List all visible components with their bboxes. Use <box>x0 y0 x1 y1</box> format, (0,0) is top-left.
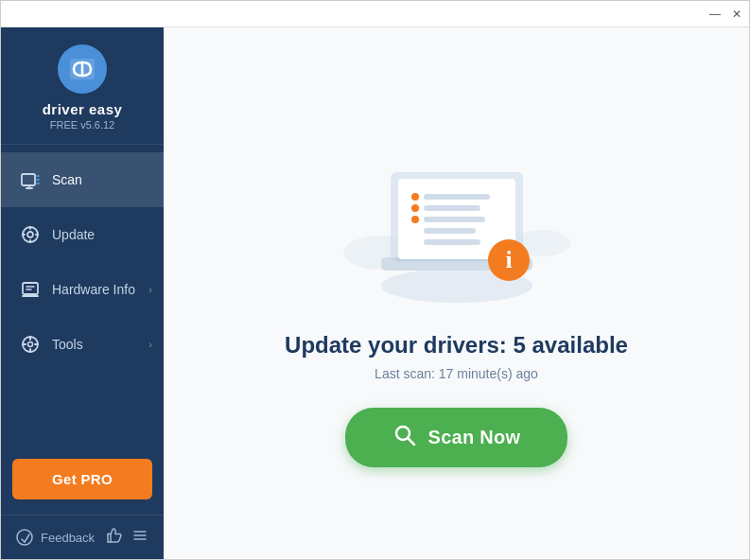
sidebar-item-update[interactable]: Update <box>1 207 164 262</box>
svg-point-19 <box>28 342 33 347</box>
list-icon[interactable] <box>131 527 148 548</box>
main-content: i Update your drivers: 5 available Last … <box>164 27 749 559</box>
tools-chevron: › <box>148 339 152 350</box>
app-window: — ✕ driver easy FREE v5.6.12 <box>0 0 750 560</box>
thumbs-up-icon[interactable] <box>105 527 122 548</box>
title-bar: — ✕ <box>1 1 749 27</box>
svg-point-9 <box>27 232 33 237</box>
nav-items: Scan Update <box>1 145 164 449</box>
sidebar-item-update-label: Update <box>52 227 95 242</box>
svg-point-48 <box>411 216 419 223</box>
sidebar: driver easy FREE v5.6.12 <box>1 27 164 559</box>
svg-rect-14 <box>23 283 38 294</box>
scan-now-label: Scan Now <box>428 427 521 448</box>
main-sub-headline: Last scan: 17 minute(s) ago <box>375 366 538 381</box>
sidebar-item-hardware-info[interactable]: Hardware Info › <box>1 262 164 317</box>
window-controls: — ✕ <box>709 9 741 20</box>
update-icon <box>20 224 41 245</box>
feedback-label: Feedback <box>41 531 95 545</box>
svg-line-52 <box>408 438 414 445</box>
svg-text:i: i <box>505 246 512 273</box>
tools-icon <box>20 334 41 355</box>
footer-icons <box>105 527 148 548</box>
svg-point-47 <box>411 204 419 212</box>
scan-now-button[interactable]: Scan Now <box>345 408 568 467</box>
feedback-icon <box>16 529 33 546</box>
svg-rect-41 <box>424 194 490 200</box>
svg-line-26 <box>25 534 29 542</box>
content-area: driver easy FREE v5.6.12 <box>1 27 749 559</box>
sidebar-item-hardware-info-label: Hardware Info <box>52 282 135 297</box>
svg-point-46 <box>411 193 419 201</box>
svg-rect-42 <box>424 205 480 211</box>
main-headline: Update your drivers: 5 available <box>285 332 628 359</box>
app-logo-icon <box>58 44 107 94</box>
sidebar-item-scan[interactable]: Scan <box>1 152 164 207</box>
app-version: FREE v5.6.12 <box>50 119 114 131</box>
scan-button-icon <box>392 423 417 452</box>
close-button[interactable]: ✕ <box>732 9 741 20</box>
laptop-illustration: i <box>324 120 589 309</box>
get-pro-button[interactable]: Get PRO <box>12 459 152 499</box>
scan-icon <box>20 169 41 190</box>
svg-rect-2 <box>22 174 35 185</box>
logo-svg <box>66 53 98 85</box>
sidebar-item-tools-label: Tools <box>52 337 83 352</box>
feedback-link[interactable]: Feedback <box>16 529 95 546</box>
app-name: driver easy <box>43 101 123 117</box>
hardware-info-chevron: › <box>148 284 152 295</box>
hardware-info-icon <box>20 279 41 300</box>
sidebar-logo: driver easy FREE v5.6.12 <box>1 27 164 145</box>
svg-rect-43 <box>424 217 485 222</box>
sidebar-item-tools[interactable]: Tools › <box>1 317 164 372</box>
sidebar-item-scan-label: Scan <box>52 172 82 187</box>
minimize-button[interactable]: — <box>709 9 721 20</box>
svg-rect-44 <box>424 228 476 234</box>
sidebar-footer: Feedback <box>1 515 164 559</box>
svg-rect-45 <box>424 239 480 245</box>
